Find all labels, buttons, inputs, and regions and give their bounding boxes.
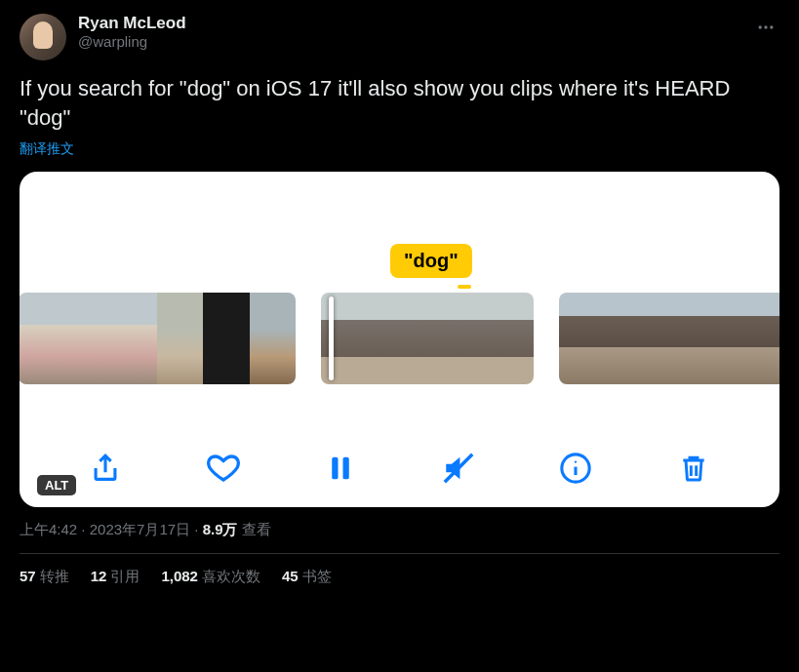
playhead[interactable] (329, 296, 334, 380)
tweet-stats: 57转推 12引用 1,082喜欢次数 45书签 (20, 554, 779, 600)
svg-point-8 (575, 461, 577, 463)
author-names[interactable]: Ryan McLeod @warpling (78, 14, 740, 50)
tweet-header: Ryan McLeod @warpling (20, 14, 779, 60)
clip-thumbnail (203, 293, 249, 384)
bookmarks-stat[interactable]: 45书签 (282, 568, 332, 586)
info-icon[interactable] (554, 447, 597, 490)
mute-icon[interactable] (437, 447, 480, 490)
views-label: 查看 (242, 521, 271, 537)
alt-badge[interactable]: ALT (37, 475, 76, 495)
display-name: Ryan McLeod (78, 14, 740, 33)
media-toolbar (20, 447, 779, 490)
media-attachment[interactable]: "dog" (20, 172, 779, 507)
clip-group[interactable] (20, 293, 296, 384)
clip-thumbnail (603, 293, 647, 384)
date: 2023年7月17日 (90, 521, 190, 537)
retweets-stat[interactable]: 57转推 (20, 568, 69, 586)
clip-thumbnail (20, 293, 64, 384)
timeline-marker (458, 285, 471, 289)
clip-group[interactable] (559, 293, 779, 384)
tweet-text: If you search for "dog" on iOS 17 it'll … (20, 74, 779, 132)
svg-point-2 (770, 25, 773, 28)
tweet-container: Ryan McLeod @warpling If you search for … (0, 0, 799, 600)
svg-rect-3 (333, 457, 339, 480)
avatar[interactable] (20, 14, 66, 60)
search-term-tooltip: "dog" (390, 244, 472, 278)
share-icon[interactable] (84, 447, 127, 490)
clip-thumbnail (157, 293, 203, 384)
views-count: 8.9万 (203, 521, 238, 537)
handle: @warpling (78, 33, 740, 50)
clip-thumbnail (559, 293, 603, 384)
svg-rect-4 (343, 457, 349, 480)
clip-thumbnail (777, 293, 779, 384)
clip-thumbnail (646, 293, 690, 384)
clip-thumbnail (690, 293, 734, 384)
svg-point-1 (764, 25, 767, 28)
clip-thumbnail (734, 293, 778, 384)
clip-thumbnail (250, 293, 296, 384)
clip-thumbnail (375, 293, 428, 384)
video-timeline[interactable] (20, 293, 779, 384)
time: 上午4:42 (20, 521, 77, 537)
svg-point-0 (759, 25, 762, 28)
clip-group[interactable] (321, 293, 534, 384)
clip-thumbnail (481, 293, 535, 384)
clip-thumbnail (427, 293, 481, 384)
pause-icon[interactable] (319, 447, 362, 490)
heart-icon[interactable] (202, 447, 245, 490)
clip-thumbnail (111, 293, 157, 384)
tweet-timestamp[interactable]: 上午4:42 · 2023年7月17日 · 8.9万 查看 (20, 521, 779, 539)
more-options-icon[interactable] (752, 14, 779, 41)
clip-thumbnail (64, 293, 110, 384)
likes-stat[interactable]: 1,082喜欢次数 (161, 568, 260, 586)
trash-icon[interactable] (672, 447, 715, 490)
quotes-stat[interactable]: 12引用 (91, 568, 140, 586)
translate-link[interactable]: 翻译推文 (20, 140, 74, 158)
